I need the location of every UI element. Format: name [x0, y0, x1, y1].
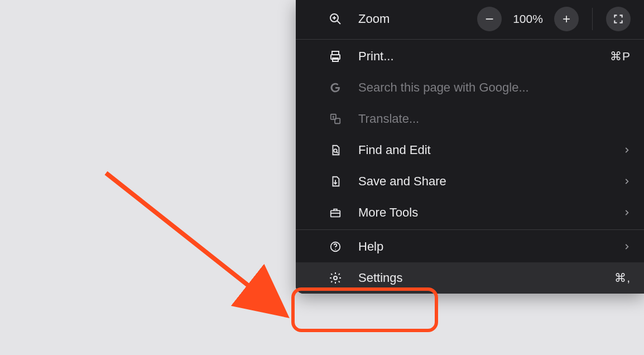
separator [296, 229, 644, 230]
divider [592, 8, 593, 30]
find-icon [328, 143, 343, 157]
menu-item-label: More Tools [358, 205, 418, 220]
menu-item-label: Help [358, 239, 383, 254]
menu-item-find-edit[interactable]: Find and Edit [296, 135, 644, 166]
menu-item-save-share[interactable]: Save and Share [296, 166, 644, 197]
chevron-right-icon [623, 146, 631, 154]
svg-line-1 [337, 21, 340, 24]
print-icon [328, 49, 343, 64]
menu-item-label: Save and Share [358, 174, 446, 189]
fullscreen-button[interactable] [606, 7, 631, 31]
annotation-highlight [291, 287, 438, 332]
chevron-right-icon [623, 243, 631, 251]
zoom-row: Zoom − 100% + [296, 0, 644, 38]
save-share-icon [328, 174, 343, 189]
gear-icon [328, 271, 343, 285]
menu-item-help[interactable]: Help [296, 231, 644, 262]
plus-icon: + [563, 12, 570, 26]
shortcut-text: ⌘P [610, 50, 631, 63]
menu-item-label: Find and Edit [358, 143, 431, 157]
minus-icon: − [485, 12, 493, 26]
separator [296, 39, 644, 40]
toolbox-icon [328, 205, 343, 220]
zoom-in-button[interactable]: + [554, 7, 579, 31]
svg-line-15 [106, 173, 279, 310]
svg-rect-11 [331, 210, 340, 217]
browser-overflow-menu: Zoom − 100% + Print.. [296, 0, 644, 294]
chevron-right-icon [623, 178, 631, 185]
menu-item-label: Translate... [358, 112, 419, 126]
menu-item-label: Print... [358, 49, 394, 64]
menu-item-search-google[interactable]: Search this page with Google... [296, 72, 644, 103]
translate-icon [328, 112, 343, 126]
zoom-out-button[interactable]: − [477, 7, 502, 31]
svg-point-14 [334, 276, 337, 280]
zoom-in-icon [328, 12, 343, 26]
menu-item-label: Settings [358, 271, 403, 285]
help-icon [328, 239, 343, 254]
menu-item-label: Search this page with Google... [358, 80, 529, 95]
svg-point-13 [335, 249, 336, 250]
google-icon [328, 80, 343, 95]
menu-item-print[interactable]: Print... ⌘P [296, 41, 644, 72]
svg-line-10 [337, 152, 338, 153]
chevron-right-icon [623, 209, 631, 217]
shortcut-text: ⌘, [614, 271, 631, 285]
annotation-arrow [100, 167, 301, 335]
menu-item-translate[interactable]: Translate... [296, 103, 644, 135]
zoom-value: 100% [512, 12, 544, 26]
zoom-label: Zoom [358, 12, 390, 26]
menu-item-more-tools[interactable]: More Tools [296, 197, 644, 228]
menu-item-settings[interactable]: Settings ⌘, [296, 262, 644, 294]
